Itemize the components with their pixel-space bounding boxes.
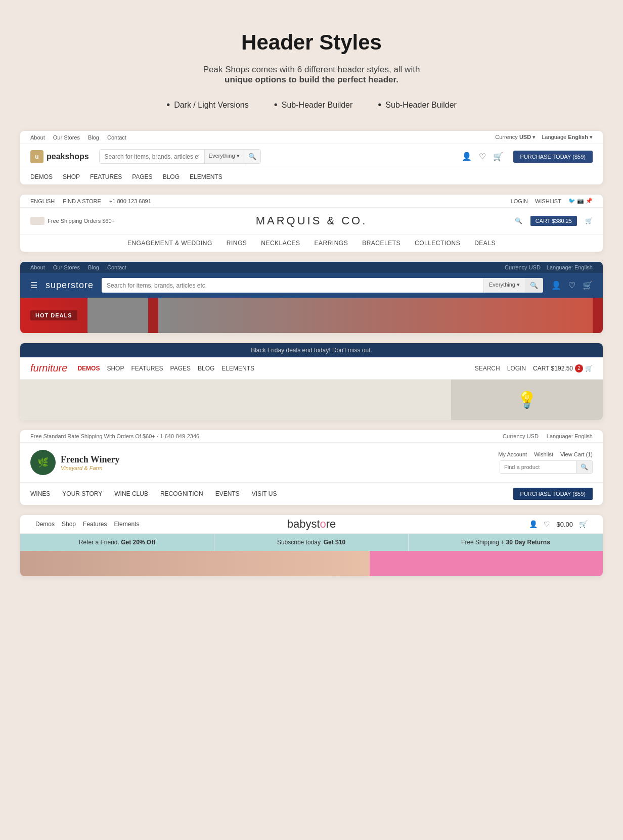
- search-link[interactable]: SEARCH: [475, 365, 500, 372]
- card4-actions: SEARCH LOGIN CART $192.50 2 🛒: [475, 364, 593, 372]
- nav-elements[interactable]: ELEMENTS: [221, 365, 254, 372]
- nav-earrings[interactable]: EARRINGS: [314, 240, 348, 247]
- nav-features[interactable]: Features: [83, 521, 107, 528]
- search-icon[interactable]: 🔍: [525, 278, 543, 293]
- find-store[interactable]: FIND A STORE: [63, 198, 101, 204]
- nav-wine-club[interactable]: WINE CLUB: [114, 490, 148, 497]
- cart-icon[interactable]: 🛒: [579, 520, 588, 528]
- wishlist-icon[interactable]: ♡: [568, 281, 575, 290]
- topbar-stores[interactable]: Our Stores: [53, 264, 80, 270]
- card5-search[interactable]: 🔍: [500, 460, 593, 474]
- winery-logo: 🌿 French Winery Vineyard & Farm: [30, 450, 120, 475]
- user-icon[interactable]: 👤: [462, 152, 472, 161]
- topbar-blog[interactable]: Blog: [88, 264, 99, 270]
- cart-icon: 🛒: [585, 365, 593, 372]
- nav-elements[interactable]: Elements: [114, 521, 139, 528]
- login-link[interactable]: LOGIN: [507, 365, 526, 372]
- features-list: • Dark / Light Versions • Sub-Header Bui…: [20, 99, 603, 111]
- topbar-contact[interactable]: Contact: [107, 134, 126, 141]
- card1-main: u peakshops Everything ▾ 🔍 👤 ♡ 🛒 PURCHAS…: [20, 144, 603, 169]
- card1-nav: DEMOS SHOP FEATURES PAGES BLOG ELEMENTS: [20, 169, 603, 184]
- view-cart[interactable]: View Cart (1): [560, 451, 593, 457]
- card3-search-bar[interactable]: Everything ▾ 🔍: [102, 278, 543, 293]
- nav-bracelets[interactable]: BRACELETS: [362, 240, 401, 247]
- card2-actions: 🔍 CART $380.25 🛒: [515, 216, 593, 226]
- nav-blog[interactable]: BLOG: [163, 173, 180, 180]
- nav-collections[interactable]: COLLECTIONS: [415, 240, 460, 247]
- search-category[interactable]: Everything ▾: [204, 150, 244, 163]
- card5-topbar: Free Standard Rate Shipping With Orders …: [20, 430, 603, 443]
- nav-events[interactable]: EVENTS: [215, 490, 240, 497]
- nav-pages[interactable]: PAGES: [170, 365, 191, 372]
- card1-topbar: About Our Stores Blog Contact Currency U…: [20, 131, 603, 144]
- card1-purchase-btn[interactable]: PURCHASE TODAY ($59): [513, 151, 593, 163]
- promo-3[interactable]: Free Shipping + 30 Day Returns: [409, 534, 603, 551]
- nav-demos[interactable]: Demos: [35, 521, 55, 528]
- search-icon[interactable]: 🔍: [244, 150, 260, 163]
- wishlist-icon[interactable]: ♡: [544, 520, 550, 528]
- search-icon[interactable]: 🔍: [515, 217, 522, 224]
- lang-select[interactable]: ENGLISH: [30, 198, 55, 204]
- search-icon[interactable]: 🔍: [576, 461, 592, 473]
- search-category[interactable]: Everything ▾: [483, 278, 525, 293]
- cart-icon[interactable]: 🛒: [585, 217, 593, 224]
- nav-pages[interactable]: PAGES: [132, 173, 152, 180]
- nav-shop[interactable]: SHOP: [63, 173, 80, 180]
- card6-actions: 👤 ♡ $0.00 🛒: [529, 520, 588, 528]
- shipping-notice: Free Shipping Orders $60+: [30, 217, 115, 225]
- card3-search-input[interactable]: [102, 278, 483, 293]
- wishlist-link[interactable]: WISHLIST: [535, 198, 561, 204]
- purchase-btn[interactable]: PURCHASE TODAY ($59): [513, 488, 593, 500]
- banner-image-2: [158, 298, 593, 333]
- product-search-input[interactable]: [500, 461, 576, 473]
- wishlist-icon[interactable]: ♡: [479, 152, 486, 161]
- lamp-icon: 💡: [517, 390, 537, 409]
- card5-nav: WINES YOUR STORY WINE CLUB RECOGNITION E…: [20, 483, 603, 505]
- cart-price: $0.00: [556, 521, 573, 528]
- nav-blog[interactable]: BLOG: [198, 365, 214, 372]
- winery-crest: 🌿: [30, 450, 56, 475]
- nav-deals[interactable]: DEALS: [474, 240, 496, 247]
- peakshops-logo: u peakshops: [30, 150, 89, 163]
- nav-visit-us[interactable]: VISIT US: [252, 490, 277, 497]
- card6-main: Demos Shop Features Elements babystore 👤…: [20, 515, 603, 534]
- nav-engagement[interactable]: ENGAGEMENT & WEDDING: [127, 240, 212, 247]
- nav-your-story[interactable]: YOUR STORY: [62, 490, 102, 497]
- card2-main: Free Shipping Orders $60+ MARQUIS & CO. …: [20, 208, 603, 235]
- card2-nav: ENGAGEMENT & WEDDING RINGS NECKLACES EAR…: [20, 235, 603, 252]
- announcement-bar: Black Friday deals end today! Don't miss…: [20, 343, 603, 357]
- nav-elements[interactable]: ELEMENTS: [190, 173, 223, 180]
- nav-features[interactable]: FEATURES: [90, 173, 122, 180]
- topbar-about[interactable]: About: [30, 134, 45, 141]
- nav-demos[interactable]: DEMOS: [77, 365, 100, 372]
- my-account[interactable]: My Account: [498, 451, 527, 457]
- cart-icon[interactable]: 🛒: [583, 281, 593, 290]
- cart-icon[interactable]: 🛒: [493, 152, 503, 161]
- nav-shop[interactable]: Shop: [62, 521, 76, 528]
- superstore-logo: superstore: [46, 280, 94, 291]
- card1-search-input[interactable]: [100, 150, 204, 163]
- user-icon[interactable]: 👤: [551, 281, 561, 290]
- promo-1[interactable]: Refer a Friend. Get 20% Off: [20, 534, 214, 551]
- nav-demos[interactable]: DEMOS: [30, 173, 53, 180]
- login-link[interactable]: LOGIN: [511, 198, 528, 204]
- nav-shop[interactable]: SHOP: [107, 365, 124, 372]
- wishlist[interactable]: Wishlist: [534, 451, 553, 457]
- cart-button[interactable]: CART $380.25: [530, 216, 577, 226]
- nav-necklaces[interactable]: NECKLACES: [261, 240, 300, 247]
- hamburger-icon[interactable]: ☰: [30, 281, 37, 290]
- card5-actions: My Account Wishlist View Cart (1): [498, 451, 593, 457]
- header-preview-babystore: Demos Shop Features Elements babystore 👤…: [20, 515, 603, 576]
- nav-recognition[interactable]: RECOGNITION: [160, 490, 203, 497]
- card1-search-bar[interactable]: Everything ▾ 🔍: [99, 149, 261, 164]
- topbar-about[interactable]: About: [30, 264, 45, 270]
- topbar-contact[interactable]: Contact: [107, 264, 126, 270]
- topbar-stores[interactable]: Our Stores: [53, 134, 80, 141]
- topbar-blog[interactable]: Blog: [88, 134, 99, 141]
- user-icon[interactable]: 👤: [529, 520, 538, 528]
- cart-info[interactable]: CART $192.50 2 🛒: [533, 364, 593, 372]
- nav-rings[interactable]: RINGS: [227, 240, 247, 247]
- nav-wines[interactable]: WINES: [30, 490, 50, 497]
- promo-2[interactable]: Subscribe today. Get $10: [214, 534, 409, 551]
- nav-features[interactable]: FEATURES: [131, 365, 163, 372]
